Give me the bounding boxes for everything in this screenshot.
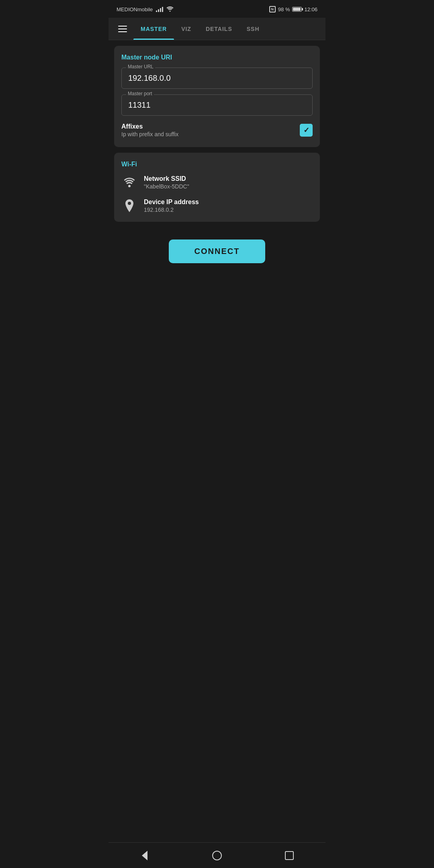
- status-left: MEDIONmobile: [117, 6, 174, 13]
- wifi-ip-text: Device IP address 192.168.0.2: [144, 199, 199, 213]
- svg-point-2: [128, 202, 131, 205]
- master-port-group: Master port: [121, 94, 313, 116]
- tab-master[interactable]: MASTER: [133, 18, 174, 40]
- battery-percent: 98 %: [278, 6, 290, 12]
- svg-point-1: [128, 185, 131, 187]
- nfc-icon: N: [269, 6, 276, 12]
- navigation-bar: MASTER VIZ DETAILS SSH: [108, 18, 326, 40]
- svg-point-0: [170, 10, 171, 12]
- time-label: 12:06: [304, 6, 317, 12]
- master-node-uri-card: Master node URI Master URL Master port A…: [114, 46, 320, 147]
- affixes-text: Affixes Ip with prefix and suffix: [121, 123, 178, 137]
- tab-ssh[interactable]: SSH: [240, 18, 267, 40]
- main-content: Master node URI Master URL Master port A…: [108, 40, 326, 315]
- status-bar: MEDIONmobile N 98 % 12:06: [108, 0, 326, 18]
- tab-details[interactable]: DETAILS: [199, 18, 240, 40]
- master-url-label: Master URL: [126, 64, 155, 70]
- wifi-ip-item: Device IP address 192.168.0.2: [121, 198, 313, 214]
- affixes-label: Affixes: [121, 123, 178, 130]
- tab-viz[interactable]: VIZ: [174, 18, 199, 40]
- status-right: N 98 % 12:06: [269, 6, 317, 12]
- master-port-label: Master port: [126, 91, 154, 96]
- connect-button-container: CONNECT: [114, 231, 320, 271]
- wifi-signal-icon: [121, 174, 137, 190]
- affixes-row: Affixes Ip with prefix and suffix ✓: [121, 121, 313, 139]
- wifi-items: Network SSID "KabelBox-5DDC" Device IP a…: [121, 174, 313, 214]
- battery-icon: [292, 7, 302, 12]
- nav-tabs: MASTER VIZ DETAILS SSH: [133, 18, 319, 40]
- wifi-ssid-item: Network SSID "KabelBox-5DDC": [121, 174, 313, 190]
- master-port-input[interactable]: [121, 94, 313, 116]
- affixes-sublabel: Ip with prefix and suffix: [121, 131, 178, 137]
- wifi-ssid-value: "KabelBox-5DDC": [144, 183, 189, 190]
- wifi-title: Wi-Fi: [121, 161, 313, 168]
- connect-button[interactable]: CONNECT: [169, 240, 265, 263]
- signal-bars-icon: [156, 6, 163, 12]
- master-url-group: Master URL: [121, 68, 313, 89]
- device-ip-value: 192.168.0.2: [144, 207, 199, 213]
- wifi-ssid-label: Network SSID: [144, 175, 189, 182]
- wifi-ssid-text: Network SSID "KabelBox-5DDC": [144, 175, 189, 190]
- wifi-card: Wi-Fi Network SSID "KabelBox-5DDC": [114, 153, 320, 222]
- master-node-uri-title: Master node URI: [121, 54, 313, 61]
- master-url-input[interactable]: [121, 68, 313, 89]
- location-pin-icon: [121, 198, 137, 214]
- wifi-status-icon: [166, 6, 174, 13]
- checkmark-icon: ✓: [303, 126, 309, 135]
- carrier-label: MEDIONmobile: [117, 6, 153, 12]
- device-ip-label: Device IP address: [144, 199, 199, 206]
- affixes-checkbox[interactable]: ✓: [300, 124, 313, 137]
- hamburger-menu-icon[interactable]: [115, 23, 130, 35]
